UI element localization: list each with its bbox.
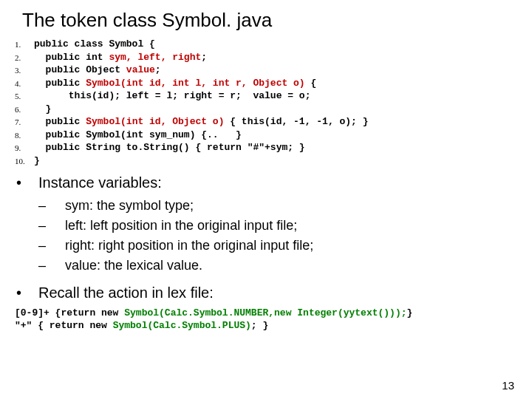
sub-bullet-marker: – [38, 198, 65, 214]
line-number: 5. [15, 89, 34, 102]
bullet-list: • Instance variables: [0, 167, 532, 194]
code-line: 3. public Object value; [15, 64, 532, 77]
code-text: } [34, 154, 532, 168]
code-line: 9. public String to.String() { return "#… [15, 141, 532, 154]
bullet-marker: • [16, 174, 38, 191]
code-line: 1.public class Symbol { [15, 38, 532, 51]
line-number: 7. [15, 115, 34, 128]
page-number: 13 [502, 379, 514, 392]
code-text: public Object value; [34, 64, 532, 77]
bullet-text: Recall the action in lex file: [38, 284, 214, 301]
bullet-item: • Recall the action in lex file: [16, 282, 532, 304]
sub-bullet-item: –sym: the symbol type; [38, 196, 532, 216]
sub-bullet-item: –left: left position in the original inp… [38, 216, 532, 236]
line-number: 2. [15, 51, 34, 64]
lex-line: "+" { return new Symbol(Calc.Symbol.PLUS… [15, 320, 532, 332]
code-line: 7. public Symbol(int id, Object o) { thi… [15, 115, 532, 129]
sub-bullet-text: left: left position in the original inpu… [65, 218, 297, 233]
code-line: 4. public Symbol(int id, int l, int r, O… [15, 77, 532, 90]
line-number: 10. [15, 154, 34, 167]
code-line: 2. public int sym, left, right; [15, 51, 532, 64]
page-title: The token class Symbol. java [0, 0, 532, 38]
line-number: 4. [15, 77, 34, 89]
lex-line: [0-9]+ {return new Symbol(Calc.Symbol.NU… [15, 307, 532, 320]
lex-code-block: [0-9]+ {return new Symbol(Calc.Symbol.NU… [0, 304, 532, 332]
code-text: public Symbol(int id, int l, int r, Obje… [34, 77, 532, 90]
sub-bullet-list: –sym: the symbol type; –left: left posit… [0, 194, 532, 277]
sub-bullet-text: sym: the symbol type; [65, 198, 194, 214]
line-number: 6. [15, 103, 34, 115]
code-text: this(id); left = l; right = r; value = o… [34, 89, 532, 103]
code-line: 5. this(id); left = l; right = r; value … [15, 89, 532, 103]
code-text: public int sym, left, right; [34, 51, 532, 64]
bullet-list: • Recall the action in lex file: [0, 277, 532, 304]
code-text: public class Symbol { [34, 38, 532, 51]
bullet-item: • Instance variables: [16, 171, 532, 194]
code-line: 6. } [15, 103, 532, 116]
sub-bullet-item: –right: right position in the original i… [38, 236, 532, 256]
sub-bullet-marker: – [38, 218, 65, 233]
sub-bullet-text: right: right position in the original in… [65, 238, 313, 253]
symbol-code-block: 1.public class Symbol { 2. public int sy… [0, 38, 532, 167]
sub-bullet-text: value: the lexical value. [65, 258, 202, 273]
code-text: public Symbol(int id, Object o) { this(i… [34, 115, 532, 129]
code-text: } [34, 103, 532, 116]
bullet-marker: • [16, 284, 38, 301]
bullet-text: Instance variables: [38, 174, 162, 191]
line-number: 1. [15, 38, 34, 50]
line-number: 8. [15, 129, 34, 141]
line-number: 9. [15, 141, 34, 154]
sub-bullet-item: –value: the lexical value. [38, 256, 532, 276]
code-text: public String to.String() { return "#"+s… [34, 141, 532, 154]
sub-bullet-marker: – [38, 258, 65, 273]
code-line: 10.} [15, 154, 532, 168]
sub-bullet-marker: – [38, 238, 65, 253]
line-number: 3. [15, 64, 34, 76]
code-text: public Symbol(int sym_num) {.. } [34, 129, 532, 142]
code-line: 8. public Symbol(int sym_num) {.. } [15, 129, 532, 142]
